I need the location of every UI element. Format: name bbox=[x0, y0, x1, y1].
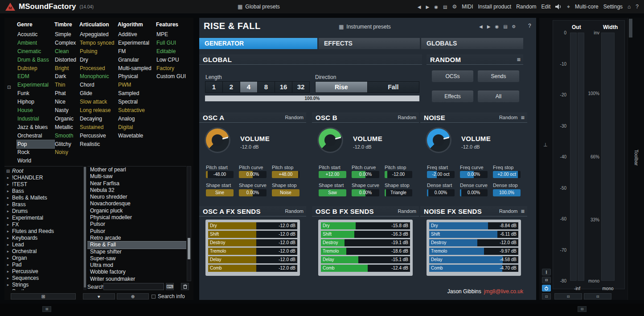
tag-multi-sampled[interactable]: Multi-sampled bbox=[118, 64, 156, 73]
tree-item-sequences[interactable]: ▸Sequences bbox=[4, 274, 83, 281]
random-effects-button[interactable]: Effects bbox=[432, 91, 473, 102]
fx-send-shift[interactable]: Shift-6.11 dB bbox=[429, 231, 518, 238]
tag-wavetable[interactable]: Wavetable bbox=[118, 132, 156, 140]
tree-footer-button[interactable]: ⊞ bbox=[11, 293, 76, 299]
expand-arrow-icon[interactable]: ▸ bbox=[6, 182, 10, 187]
tag-decaying[interactable]: Decaying bbox=[79, 115, 118, 123]
tree-item-test[interactable]: ▸!TEST bbox=[4, 181, 83, 187]
previous-preset-icon[interactable]: ◀ bbox=[418, 4, 421, 9]
tag-jazz-blues[interactable]: Jazz & blues bbox=[17, 123, 54, 132]
fx-send-dry[interactable]: Dry-15.8 dB bbox=[321, 222, 410, 229]
global-presets-button[interactable]: ▦ Global presets bbox=[238, 4, 280, 10]
fx-send-delay[interactable]: Delay-15.1 dB bbox=[321, 256, 410, 263]
param-value-shape-start[interactable]: Sine bbox=[206, 189, 234, 196]
width-meter-options-button[interactable]: ⊟ bbox=[584, 293, 611, 299]
tag-glitchy[interactable]: Glitchy bbox=[54, 140, 79, 149]
fx-send-delay[interactable]: Delay-4.58 dB bbox=[429, 256, 518, 263]
search-info-checkbox[interactable] bbox=[152, 295, 156, 299]
expand-arrow-icon[interactable]: ▸ bbox=[6, 249, 10, 254]
tag-tempo-synced[interactable]: Tempo synced bbox=[79, 39, 118, 47]
random-menu-item[interactable]: Random bbox=[516, 4, 536, 10]
direction-option-rise[interactable]: Rise bbox=[316, 82, 367, 92]
tag-glide[interactable]: Glide bbox=[79, 89, 118, 98]
tree-item-fx[interactable]: ▸FX bbox=[4, 221, 83, 228]
param-value-freq-stop[interactable]: +2.00 oct bbox=[493, 171, 521, 178]
tag-column-header[interactable]: Timbre bbox=[54, 21, 79, 30]
save-icon[interactable]: ▤ bbox=[443, 4, 447, 9]
preset-item-retro-arcade[interactable]: Retro arcade bbox=[87, 235, 186, 241]
save-icon[interactable]: ▤ bbox=[503, 24, 507, 29]
tag-organic[interactable]: Organic bbox=[54, 115, 79, 123]
online-presets-button[interactable]: ⊕ bbox=[117, 293, 149, 299]
search-input[interactable] bbox=[103, 283, 164, 290]
fx-send-comb[interactable]: Comb-12.0 dB bbox=[208, 265, 297, 272]
grid-icon[interactable]: ▦ bbox=[521, 209, 525, 213]
volume-knob[interactable] bbox=[205, 127, 230, 153]
tree-item-bass[interactable]: ▸Bass bbox=[4, 187, 83, 194]
preset-item-mother-of-pearl[interactable]: Mother of pearl bbox=[87, 166, 186, 173]
trash-icon[interactable] bbox=[181, 283, 189, 290]
random-button[interactable]: Random bbox=[285, 208, 304, 214]
length-option-4[interactable]: 4 bbox=[240, 82, 257, 92]
tag-analog[interactable]: Analog bbox=[118, 115, 156, 123]
fx-send-destroy[interactable]: Destroy-12.0 dB bbox=[208, 239, 297, 246]
tag-complex[interactable]: Complex bbox=[54, 39, 79, 47]
record-icon[interactable]: ◉ bbox=[495, 24, 499, 29]
tag-experimental[interactable]: Experimental bbox=[118, 39, 156, 47]
tag-column-header[interactable]: Articulation bbox=[79, 21, 118, 30]
tag-edm[interactable]: EDM bbox=[17, 72, 54, 81]
tag-industrial[interactable]: Industrial bbox=[17, 115, 54, 123]
next-preset-icon[interactable]: ▶ bbox=[426, 4, 429, 9]
tag-subtractive[interactable]: Subtractive bbox=[118, 106, 156, 115]
expand-arrow-icon[interactable]: ▸ bbox=[6, 209, 10, 213]
expand-arrow-icon[interactable]: ▸ bbox=[6, 236, 10, 240]
fx-send-tremolo[interactable]: Tremolo-9.97 dB bbox=[429, 248, 518, 255]
random-button[interactable]: Random bbox=[398, 208, 416, 214]
tag-chord[interactable]: Chord bbox=[79, 81, 118, 89]
tag-processed[interactable]: Processed bbox=[79, 64, 118, 73]
volume-value[interactable]: -12.0 dB bbox=[353, 144, 372, 150]
param-value-dense-curve[interactable]: 0.00% bbox=[460, 189, 488, 196]
expand-arrow-icon[interactable]: ▸ bbox=[6, 276, 10, 280]
tree-item-strings[interactable]: ▸Strings bbox=[4, 281, 83, 288]
tag-drum-bass[interactable]: Drum & Bass bbox=[17, 56, 54, 64]
expand-arrow-icon[interactable]: ▸ bbox=[6, 256, 10, 260]
tree-item-organ[interactable]: ▸Organ bbox=[4, 254, 83, 261]
volume-knob[interactable] bbox=[317, 127, 343, 153]
record-icon[interactable]: ◉ bbox=[434, 4, 438, 9]
tag-thin[interactable]: Thin bbox=[54, 81, 79, 89]
tag-physical[interactable]: Physical bbox=[118, 72, 156, 81]
random-button[interactable]: Random bbox=[499, 115, 518, 120]
tag-smooth[interactable]: Smooth bbox=[54, 132, 79, 140]
random-all-button[interactable]: All bbox=[478, 91, 519, 102]
tag-bright[interactable]: Bright bbox=[54, 64, 79, 73]
settings-menu-item[interactable]: Settings bbox=[603, 4, 623, 10]
tag-spectral[interactable]: Spectral bbox=[118, 98, 156, 106]
tag-nice[interactable]: Nice bbox=[54, 98, 79, 106]
fx-send-tremolo[interactable]: Tremolo-12.0 dB bbox=[208, 248, 297, 255]
help-icon[interactable]: ? bbox=[528, 23, 531, 29]
tree-scrollbar-thumb[interactable] bbox=[84, 167, 86, 287]
param-value-pitch-stop[interactable]: -12.00 bbox=[385, 171, 412, 178]
right-hscroll-button[interactable]: ⊟ bbox=[578, 306, 587, 312]
tag-arpeggiated[interactable]: Arpeggiated bbox=[79, 30, 118, 39]
tag-digital[interactable]: Digital bbox=[118, 123, 156, 132]
tree-item-synth[interactable]: ▸Synth bbox=[4, 288, 83, 290]
tree-item-keyboards[interactable]: ▸Keyboards bbox=[4, 234, 83, 241]
tag-column-header[interactable]: Genre bbox=[17, 21, 54, 30]
tag-long-release[interactable]: Long release bbox=[79, 106, 118, 115]
param-value-pitch-curve[interactable]: 0.00% bbox=[239, 171, 267, 178]
tree-item-experimental[interactable]: ▸Experimental bbox=[4, 214, 83, 221]
toolbar-scrollbar-thumb[interactable] bbox=[629, 19, 632, 37]
out-peak-value[interactable]: -inf bbox=[570, 286, 584, 291]
preset-item-novachordesque[interactable]: Novachordesque bbox=[87, 200, 186, 207]
gear-icon[interactable]: ⚙ bbox=[512, 24, 516, 29]
collapse-panel-icon[interactable]: ⊡ bbox=[7, 85, 11, 90]
melda-logo-icon[interactable]: M bbox=[5, 3, 15, 11]
multi-core-menu-item[interactable]: Multi-core bbox=[575, 4, 599, 10]
preset-item-neuro-shredder[interactable]: Neuro shredder bbox=[87, 194, 186, 200]
tag-orchestral[interactable]: Orchestral bbox=[17, 132, 54, 140]
random-ocss-button[interactable]: OCSs bbox=[432, 71, 473, 82]
grid-icon[interactable]: ▦ bbox=[521, 115, 525, 120]
preset-item-near-farfisa[interactable]: Near Farfisa bbox=[87, 180, 186, 187]
